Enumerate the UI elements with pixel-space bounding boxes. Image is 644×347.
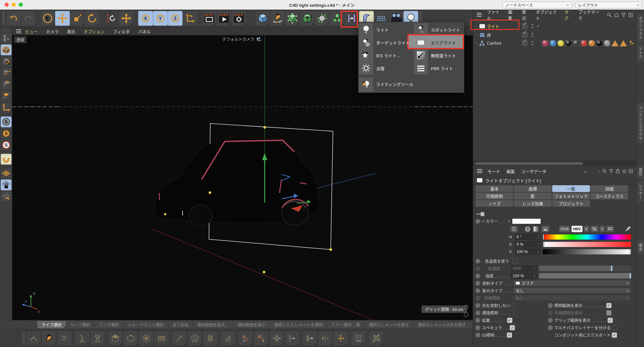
compact-ui-icon[interactable] [510, 226, 518, 232]
menu-item-light[interactable]: ライト [359, 23, 413, 36]
tab-project[interactable]: プロジェクト [552, 200, 590, 207]
material-tag[interactable] [580, 39, 588, 47]
move-tool-button[interactable] [55, 11, 70, 26]
toolbar-drag-handle[interactable] [2, 12, 5, 25]
tab-coordinates[interactable]: 座標 [514, 185, 552, 192]
phong-tag-icon[interactable] [611, 40, 619, 46]
menu-item-area-light[interactable]: エリアライト [414, 36, 464, 49]
keyframe-radio[interactable] [476, 281, 480, 286]
material-tag[interactable] [572, 39, 580, 47]
hsv-mode-button[interactable]: HSV [572, 226, 582, 232]
gradient-icon[interactable] [533, 226, 540, 232]
object-row-light[interactable]: ─ ライト ✓ [473, 22, 636, 30]
object-manager-menu-icon[interactable] [477, 12, 482, 18]
tab-visibility[interactable]: 可視照明 [476, 193, 513, 199]
menu-view[interactable]: ビュー [25, 28, 38, 34]
menu-item-sun[interactable]: 太陽 [359, 62, 413, 75]
om-menu-object[interactable]: オブジェクト [536, 9, 558, 21]
add-spline-button[interactable] [270, 11, 285, 26]
keyframe-radio[interactable] [476, 288, 480, 293]
material-tag[interactable] [557, 39, 564, 47]
viewport-nav-button[interactable] [464, 305, 469, 310]
psr-button[interactable]: PSR [104, 11, 119, 26]
show-clipping-checkbox[interactable]: ✓ [608, 318, 613, 323]
edit-toggle-icon[interactable] [522, 41, 527, 46]
viewport-nav-button[interactable] [464, 312, 469, 317]
stepper-icon[interactable]: ∧∨ [534, 274, 535, 278]
tab-general[interactable]: 一般 [552, 185, 590, 192]
keyframe-radio[interactable] [476, 219, 480, 224]
kelvin-mode-button[interactable]: K [584, 226, 590, 232]
menu-item-target-light[interactable]: ターゲットライト [359, 36, 413, 49]
slide-tool-button[interactable] [302, 331, 317, 346]
om-menu-file[interactable]: ファイル [487, 9, 502, 21]
hide-selected-button[interactable]: 選択エレメントを隠す [365, 321, 413, 328]
material-tag[interactable] [564, 39, 572, 47]
tab-shadow[interactable]: 影 [514, 193, 552, 199]
car-model[interactable] [154, 140, 319, 226]
workplane-button[interactable] [1, 168, 12, 179]
menu-camera[interactable]: カメラ [46, 28, 59, 34]
object-row-floor[interactable]: ─ 床 [473, 31, 636, 39]
texture-mode-button[interactable] [1, 56, 12, 67]
menu-item-infinite-light[interactable]: 無限遠ライト [414, 49, 464, 62]
menu-item-ies-light[interactable]: IES ライト... [359, 49, 413, 62]
dock-tab-takes[interactable]: テイク [637, 44, 644, 62]
object-row-carred[interactable]: └ CarRed [473, 39, 636, 47]
xyz-coords-button[interactable]: xyz [351, 331, 366, 346]
chevron-down-icon[interactable]: ∨ [508, 219, 510, 223]
lock-y-axis-button[interactable]: Y [153, 11, 168, 26]
dock-tab-objects[interactable]: オブジェクト [637, 14, 644, 42]
set-flow-button[interactable] [333, 331, 348, 346]
render-settings-button[interactable] [232, 11, 246, 26]
mirror-selection-button[interactable]: ミラー選択... [327, 321, 365, 328]
specular-checkbox[interactable]: ✓ [510, 325, 515, 330]
hide-unselected-button[interactable]: 選択エレメント以外を隠す [413, 321, 470, 328]
mirror-tool-button[interactable] [318, 331, 333, 346]
dock-tab-attributes[interactable]: 属性 [637, 165, 644, 179]
am-menu-edit[interactable]: 編集 [507, 168, 515, 174]
sharp-edge-selection-button[interactable]: シャープエッジ選択 [124, 321, 168, 328]
use-temperature-checkbox[interactable]: ✓ [512, 259, 517, 264]
stepper-icon[interactable]: ∧∨ [537, 250, 539, 254]
tab-caustics[interactable]: コースティクス [591, 193, 628, 199]
model-mode-button[interactable] [1, 44, 12, 55]
object-manager-scrollbar[interactable] [473, 161, 636, 166]
planar-workplane-button[interactable] [1, 191, 12, 202]
camera-label[interactable]: デフォルトカメラ [222, 36, 262, 42]
weld-tool-button[interactable] [285, 331, 299, 346]
object-name[interactable]: ライト [487, 23, 499, 29]
grow-selection-button[interactable]: 選択範囲を拡大... [193, 321, 233, 328]
inner-extrude-button[interactable] [139, 331, 154, 346]
tab-photometric[interactable]: フォトメトリック [552, 193, 590, 199]
viewport-menu-icon[interactable] [16, 28, 21, 34]
matrix-extrude-button[interactable] [221, 331, 235, 346]
rgb-mode-button[interactable]: RGB [559, 226, 570, 232]
sliders-mode-icon[interactable] [591, 226, 598, 232]
visibility-dots[interactable] [532, 41, 533, 45]
split-tool-button[interactable] [269, 331, 284, 346]
search-icon[interactable] [607, 13, 612, 17]
snap-magnet-button[interactable] [1, 154, 12, 165]
phong-tag-icon[interactable] [620, 40, 627, 46]
target-icon[interactable]: ◎ [622, 168, 626, 174]
visibility-dots[interactable] [532, 32, 533, 37]
intensity-slider[interactable] [539, 273, 631, 279]
hue-slider[interactable] [543, 234, 631, 240]
object-name[interactable]: 床 [487, 32, 491, 38]
layout-dropdown[interactable]: レイアウト∨ [575, 2, 642, 8]
light-type-dropdown[interactable]: エリア∨ [513, 280, 631, 286]
material-tag[interactable] [595, 39, 603, 47]
om-menu-edit[interactable]: 編集 [508, 9, 516, 21]
enabled-checkmark-icon[interactable]: ✓ [536, 23, 540, 29]
tab-basic[interactable]: 基本 [476, 185, 513, 192]
menu-options[interactable]: オプション [84, 28, 105, 34]
swatches-mode-icon[interactable] [606, 226, 614, 232]
retopo-button[interactable] [57, 331, 72, 346]
home-icon[interactable] [614, 13, 619, 17]
add-array-button[interactable] [329, 11, 344, 26]
filter-icon[interactable] [609, 169, 613, 173]
node-space-dropdown[interactable]: ノードスペース∨ [502, 2, 572, 8]
saturation-slider[interactable] [543, 242, 631, 247]
polygon-mode-button[interactable] [1, 91, 12, 102]
